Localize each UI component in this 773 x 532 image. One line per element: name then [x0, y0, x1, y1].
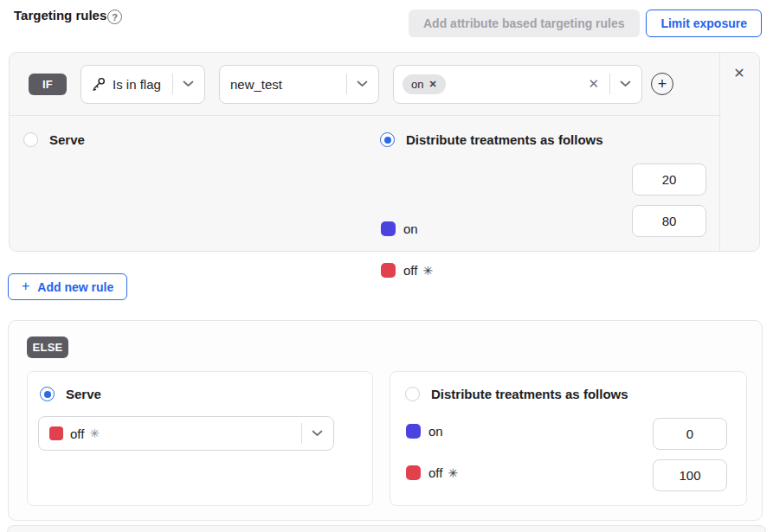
treatment-on-swatch	[381, 221, 396, 236]
else-serve-label: Serve	[66, 387, 101, 401]
default-treatment-marker: ✳	[448, 466, 458, 480]
plus-icon: +	[22, 279, 29, 294]
if-badge: IF	[29, 74, 67, 95]
serve-label: Serve	[49, 132, 85, 147]
treatment-name: off	[70, 426, 84, 441]
treatment-off-swatch	[49, 426, 63, 440]
serve-radio[interactable]	[23, 132, 38, 147]
treatment-name: off	[403, 263, 417, 278]
treatment-name: on	[428, 424, 443, 439]
chevron-down-icon	[620, 80, 631, 87]
default-treatment-marker: ✳	[89, 426, 100, 440]
default-treatment-marker: ✳	[422, 264, 433, 278]
chevron-down-icon	[183, 80, 194, 87]
add-condition-button[interactable]: +	[651, 73, 673, 95]
divider	[346, 74, 347, 94]
matcher-dropdown[interactable]: Is in flag	[81, 65, 205, 104]
condition-row: IF Is in flag new_test	[10, 53, 721, 116]
else-distribute-card: Distribute treatments as follows on off …	[390, 371, 747, 506]
chevron-down-icon	[357, 80, 368, 87]
serve-option[interactable]: Serve	[23, 132, 85, 147]
treatment-row: on	[406, 424, 443, 439]
distribute-radio[interactable]	[380, 132, 395, 147]
flag-name-value: new_test	[230, 77, 282, 92]
rule-actions-column: ✕	[719, 53, 759, 251]
else-distribute-radio[interactable]	[405, 387, 420, 401]
treatment-off-percent-input[interactable]	[632, 205, 706, 237]
if-rule-card: ✕ IF Is in flag new_test	[9, 52, 760, 252]
add-attribute-rules-button[interactable]: Add attribute based targeting rules	[409, 10, 640, 37]
page-title: Targeting rules	[14, 8, 106, 22]
tag-remove-icon[interactable]: ✕	[428, 79, 436, 90]
else-distribute-option[interactable]: Distribute treatments as follows	[405, 387, 628, 401]
chevron-down-icon	[312, 430, 323, 437]
clear-icon[interactable]: ✕	[588, 76, 599, 92]
add-new-rule-label: Add new rule	[37, 280, 113, 294]
else-serve-card: Serve off ✳	[27, 371, 373, 506]
treatment-row: on	[381, 221, 418, 236]
divider	[301, 423, 302, 444]
help-icon[interactable]: ?	[107, 10, 122, 24]
else-serve-treatment-dropdown[interactable]: off ✳	[38, 416, 334, 451]
treatment-row: off ✳	[406, 465, 458, 480]
treatment-off-swatch	[381, 263, 396, 278]
tag-label: on	[411, 78, 423, 91]
limit-exposure-button[interactable]: Limit exposure	[646, 10, 762, 37]
treatment-name: off	[428, 465, 442, 480]
else-treatment-off-percent-input[interactable]	[653, 459, 727, 491]
else-serve-radio[interactable]	[40, 387, 55, 401]
close-icon[interactable]: ✕	[731, 65, 748, 82]
else-rule-card: ELSE Serve off ✳ Distribute treatments a…	[8, 320, 763, 521]
treatment-values-multiselect[interactable]: on ✕ ✕	[393, 65, 642, 104]
next-card-top-edge	[7, 525, 766, 532]
else-badge: ELSE	[27, 337, 68, 358]
divider	[172, 74, 173, 94]
treatment-name: on	[403, 221, 418, 236]
treatment-row: off ✳	[381, 263, 433, 278]
add-new-rule-button[interactable]: + Add new rule	[8, 273, 127, 300]
distribute-option[interactable]: Distribute treatments as follows	[380, 132, 603, 147]
treatment-on-percent-input[interactable]	[632, 163, 706, 195]
divider	[609, 74, 610, 94]
else-treatment-on-percent-input[interactable]	[653, 418, 727, 450]
selected-value-tag[interactable]: on ✕	[403, 74, 446, 94]
treatment-off-swatch	[406, 465, 421, 480]
treatment-on-swatch	[406, 424, 421, 439]
key-icon	[92, 77, 106, 91]
targeting-rules-panel: Targeting rules ? Add attribute based ta…	[0, 0, 773, 532]
distribute-label: Distribute treatments as follows	[406, 132, 603, 147]
else-serve-option[interactable]: Serve	[40, 387, 101, 401]
else-distribute-label: Distribute treatments as follows	[431, 387, 628, 401]
matcher-label: Is in flag	[113, 77, 161, 92]
flag-name-dropdown[interactable]: new_test	[219, 65, 379, 104]
